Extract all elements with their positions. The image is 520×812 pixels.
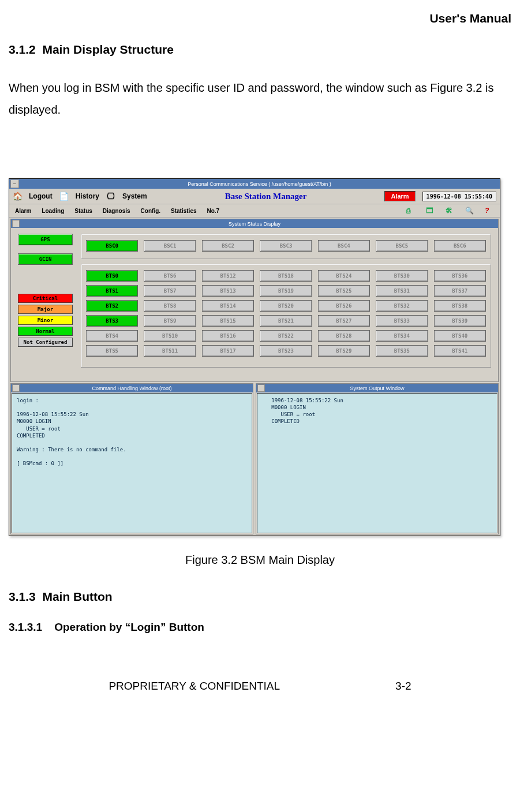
window-titlebar[interactable]: − Personal Communications Service ( /use… [9, 179, 500, 189]
bts-button[interactable]: BTS18 [260, 270, 312, 282]
search-icon[interactable]: 🔍 [465, 207, 474, 215]
menu-bar: Alarm Loading Status Diagnosis Config. S… [9, 204, 500, 218]
bts-button[interactable]: BTS19 [260, 285, 312, 297]
bts-button[interactable]: BTS13 [202, 285, 254, 297]
window-icon[interactable]: 🗔 [426, 207, 435, 215]
severity-legend: Critical Major Minor Normal Not Configur… [18, 294, 73, 347]
bts-button[interactable]: BTS9 [144, 315, 196, 327]
bsc6-button[interactable]: BSC6 [434, 240, 486, 252]
bts-button[interactable]: BTS11 [144, 345, 196, 357]
heading-3-1-3-1: 3.1.3.1 Operation by “Login” Button [9, 621, 511, 634]
history-button[interactable]: History [76, 192, 99, 200]
bts-button[interactable]: BTS35 [376, 345, 428, 357]
bts-button[interactable]: BTS38 [434, 300, 486, 312]
menu-loading[interactable]: Loading [42, 208, 64, 214]
menu-no7[interactable]: No.7 [207, 208, 220, 214]
bts-button[interactable]: BTS0 [86, 270, 138, 282]
bsc4-button[interactable]: BSC4 [318, 240, 370, 252]
heading-number: 3.1.3.1 [9, 621, 42, 633]
bts-button[interactable]: BTS12 [202, 270, 254, 282]
bts-button[interactable]: BTS30 [376, 270, 428, 282]
command-window-title: Command Handling Window (root) [92, 386, 171, 391]
bts-button[interactable]: BTS40 [434, 330, 486, 342]
bsc3-button[interactable]: BSC3 [260, 240, 312, 252]
gcin-button[interactable]: GCIN [18, 253, 73, 265]
gps-button[interactable]: GPS [18, 234, 73, 245]
page-header: User's Manual [9, 12, 511, 25]
bts-button[interactable]: BTS39 [434, 315, 486, 327]
menu-alarm[interactable]: Alarm [15, 208, 31, 214]
legend-minor: Minor [18, 316, 73, 325]
heading-3-1-2: 3.1.2 Main Display Structure [9, 43, 511, 57]
bts-button[interactable]: BTS29 [318, 345, 370, 357]
bts-button[interactable]: BTS23 [260, 345, 312, 357]
bts-button[interactable]: BTS22 [260, 330, 312, 342]
bts-button[interactable]: BTS32 [376, 300, 428, 312]
print-icon[interactable]: ⎙ [406, 207, 416, 215]
bts-button[interactable]: BTS7 [144, 285, 196, 297]
bts-button[interactable]: BTS5 [86, 345, 138, 357]
system-output-window: System Output Window 1996-12-08 15:55:22… [256, 383, 499, 534]
bts-button[interactable]: BTS8 [144, 300, 196, 312]
panel-menu-icon[interactable] [257, 384, 265, 392]
command-window: Command Handling Window (root) login : 1… [10, 383, 253, 534]
main-toolbar: 🏠 Logout 📄 History 🖵 System Base Station… [9, 189, 500, 204]
home-icon[interactable]: 🏠 [13, 192, 22, 201]
bts-button[interactable]: BTS16 [202, 330, 254, 342]
alarm-indicator[interactable]: Alarm [384, 191, 415, 201]
panel-menu-icon[interactable] [12, 220, 20, 227]
bts-button[interactable]: BTS27 [318, 315, 370, 327]
bts-button[interactable]: BTS15 [202, 315, 254, 327]
tools-icon[interactable]: 🛠 [446, 207, 455, 215]
clock-display: 1996-12-08 15:55:40 [422, 192, 496, 201]
system-icon[interactable]: 🖵 [106, 192, 115, 201]
bsc5-button[interactable]: BSC5 [376, 240, 428, 252]
system-button[interactable]: System [122, 192, 147, 200]
legend-critical: Critical [18, 294, 73, 303]
bts-button[interactable]: BTS3 [86, 315, 138, 327]
logout-button[interactable]: Logout [29, 192, 53, 200]
menu-status[interactable]: Status [74, 208, 92, 214]
heading-number: 3.1.3 [9, 590, 36, 603]
bts-button[interactable]: BTS24 [318, 270, 370, 282]
menu-diagnosis[interactable]: Diagnosis [103, 208, 130, 214]
bts-button[interactable]: BTS26 [318, 300, 370, 312]
bts-button[interactable]: BTS2 [86, 300, 138, 312]
bts-button[interactable]: BTS14 [202, 300, 254, 312]
footer-left: PROPRIETARY & CONFIDENTIAL [109, 680, 280, 693]
history-icon[interactable]: 📄 [59, 192, 69, 201]
bts-button[interactable]: BTS28 [318, 330, 370, 342]
menu-statistics[interactable]: Statistics [171, 208, 196, 214]
bts-button[interactable]: BTS36 [434, 270, 486, 282]
system-output-title: System Output Window [350, 386, 404, 391]
bts-button[interactable]: BTS1 [86, 285, 138, 297]
bsc2-button[interactable]: BSC2 [202, 240, 254, 252]
figure-caption: Figure 3.2 BSM Main Display [9, 553, 511, 567]
bts-button[interactable]: BTS31 [376, 285, 428, 297]
bsm-window: − Personal Communications Service ( /use… [9, 178, 500, 536]
heading-title: Operation by “Login” Button [54, 621, 204, 633]
heading-number: 3.1.2 [9, 43, 36, 56]
menu-config[interactable]: Config. [141, 208, 160, 214]
bts-button[interactable]: BTS41 [434, 345, 486, 357]
bts-button[interactable]: BTS37 [434, 285, 486, 297]
bts-button[interactable]: BTS33 [376, 315, 428, 327]
status-panel: System Status Display GPS GCIN Critical … [10, 219, 499, 382]
window-menu-icon[interactable]: − [10, 179, 19, 188]
bts-button[interactable]: BTS10 [144, 330, 196, 342]
bts-button[interactable]: BTS17 [202, 345, 254, 357]
bsc1-button[interactable]: BSC1 [144, 240, 196, 252]
bts-button[interactable]: BTS34 [376, 330, 428, 342]
panel-menu-icon[interactable] [12, 384, 20, 392]
command-output[interactable]: login : 1996-12-08 15:55:22 Sun M0000 LO… [12, 393, 252, 533]
help-icon[interactable]: ? [485, 207, 494, 215]
intro-paragraph: When you log in BSM with the specific us… [9, 77, 511, 121]
bts-button[interactable]: BTS20 [260, 300, 312, 312]
bsc0-button[interactable]: BSC0 [86, 240, 138, 252]
heading-title: Main Button [42, 590, 112, 603]
bts-button[interactable]: BTS4 [86, 330, 138, 342]
bts-button[interactable]: BTS25 [318, 285, 370, 297]
bts-button[interactable]: BTS21 [260, 315, 312, 327]
legend-normal: Normal [18, 327, 73, 336]
bts-button[interactable]: BTS6 [144, 270, 196, 282]
